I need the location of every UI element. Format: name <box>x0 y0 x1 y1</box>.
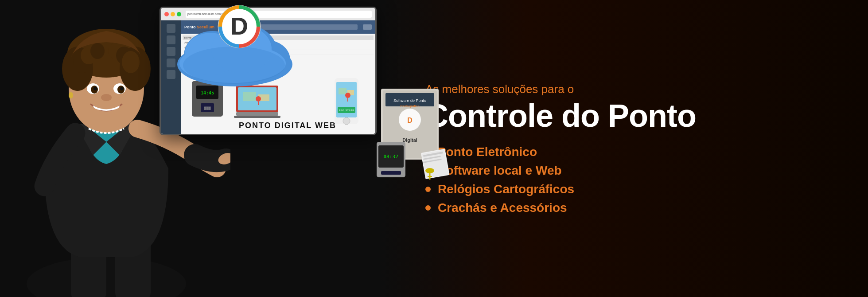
svg-text:D: D <box>230 12 248 40</box>
bullet-text-4: Crachás e Acessórios <box>438 201 567 215</box>
svg-text:REGISTRAR: REGISTRAR <box>339 109 354 112</box>
bullet-text-3: Relógios Cartográficos <box>438 182 574 196</box>
svg-text:Digital: Digital <box>402 137 417 143</box>
subtitle-text: As melhores soluções para o <box>425 82 833 96</box>
product-image-area: Software de Ponto Cartográfico D Digital… <box>372 84 452 184</box>
svg-point-75 <box>425 168 434 173</box>
svg-point-33 <box>256 96 261 102</box>
svg-point-10 <box>90 43 105 59</box>
svg-text:14:45: 14:45 <box>201 90 214 95</box>
main-title: Controle do Ponto <box>425 100 833 132</box>
svg-rect-40 <box>339 88 346 94</box>
ponto-digital-text: PONTO DIGITAL WEB <box>239 121 336 130</box>
laptop-in-screen <box>234 86 283 123</box>
svg-point-46 <box>343 117 350 125</box>
svg-text:Software de Ponto: Software de Ponto <box>393 98 426 103</box>
bullet-dot-3 <box>425 187 431 192</box>
svg-point-18 <box>93 87 97 90</box>
bullet-item-4: Crachás e Acessórios <box>425 201 833 215</box>
phone-in-screen: REGISTRAR <box>333 77 360 127</box>
svg-point-54 <box>183 47 285 84</box>
svg-point-42 <box>345 93 350 98</box>
svg-text:Cartográfico: Cartográfico <box>400 104 420 108</box>
svg-text:08:32: 08:32 <box>383 154 398 160</box>
left-section: pontoweb.secullum.com.br/#/funcionarios <box>0 0 399 297</box>
right-section: As melhores soluções para o Controle do … <box>399 65 868 233</box>
svg-point-13 <box>122 51 140 73</box>
svg-text:▓▓▓: ▓▓▓ <box>204 106 211 110</box>
bullet-item-1: Ponto Eletrônico <box>425 145 833 159</box>
svg-point-20 <box>101 94 112 101</box>
svg-rect-31 <box>243 92 256 101</box>
bullet-item-2: Software local e Web <box>425 164 833 178</box>
bullet-list: Ponto Eletrônico Software local e Web Re… <box>425 145 833 215</box>
ponto-digital-label: PONTO DIGITAL WEB <box>239 121 336 130</box>
main-container: pontoweb.secullum.com.br/#/funcionarios <box>0 0 868 297</box>
d-logo: D <box>217 4 261 49</box>
svg-rect-69 <box>381 171 401 175</box>
bullet-dot-4 <box>425 205 431 211</box>
svg-rect-36 <box>234 116 280 118</box>
svg-point-22 <box>69 92 73 98</box>
svg-text:D: D <box>407 117 413 124</box>
svg-point-19 <box>120 87 124 90</box>
bullet-text-2: Software local e Web <box>438 164 562 178</box>
svg-rect-35 <box>236 112 278 116</box>
bullet-text-1: Ponto Eletrônico <box>438 145 537 159</box>
bullet-item-3: Relógios Cartográficos <box>425 182 833 196</box>
